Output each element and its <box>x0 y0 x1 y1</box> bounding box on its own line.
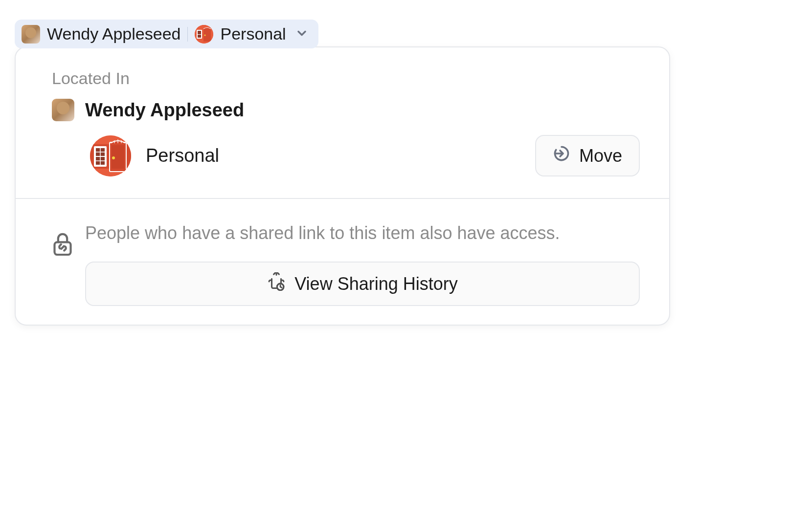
breadcrumb-divider <box>187 27 188 42</box>
chevron-down-icon <box>295 26 309 42</box>
breadcrumb-vault-name: Personal <box>220 24 286 44</box>
location-panel: Located In Wendy Appleseed <box>15 46 670 326</box>
vault-row: Personal Move <box>52 135 640 176</box>
share-history-icon <box>267 272 286 295</box>
svg-point-20 <box>112 156 115 159</box>
vault-icon <box>90 135 131 176</box>
svg-point-5 <box>204 34 206 36</box>
move-button-label: Move <box>579 146 622 166</box>
owner-name: Wendy Appleseed <box>85 100 244 121</box>
move-button[interactable]: Move <box>535 135 640 176</box>
sharing-info-text: People who have a shared link to this it… <box>85 220 640 246</box>
breadcrumb-vault-segment[interactable]: Personal <box>195 24 286 44</box>
svg-line-23 <box>61 246 64 249</box>
owner-row: Wendy Appleseed <box>52 99 640 121</box>
sharing-section: People who have a shared link to this it… <box>16 199 669 325</box>
owner-avatar-icon <box>52 99 74 121</box>
lock-link-icon <box>52 231 73 259</box>
user-avatar-icon <box>22 25 40 44</box>
breadcrumb-user-segment[interactable]: Wendy Appleseed <box>22 24 180 44</box>
svg-rect-2 <box>198 31 201 34</box>
located-in-label: Located In <box>52 69 640 88</box>
vault-icon <box>195 25 213 44</box>
svg-rect-3 <box>198 35 201 38</box>
view-sharing-history-button[interactable]: View Sharing History <box>85 262 640 306</box>
vault-name: Personal <box>146 145 219 166</box>
breadcrumb-user-name: Wendy Appleseed <box>47 24 180 44</box>
breadcrumb-selector[interactable]: Wendy Appleseed Personal <box>15 20 318 48</box>
move-icon <box>553 145 570 167</box>
history-button-label: View Sharing History <box>294 274 457 294</box>
